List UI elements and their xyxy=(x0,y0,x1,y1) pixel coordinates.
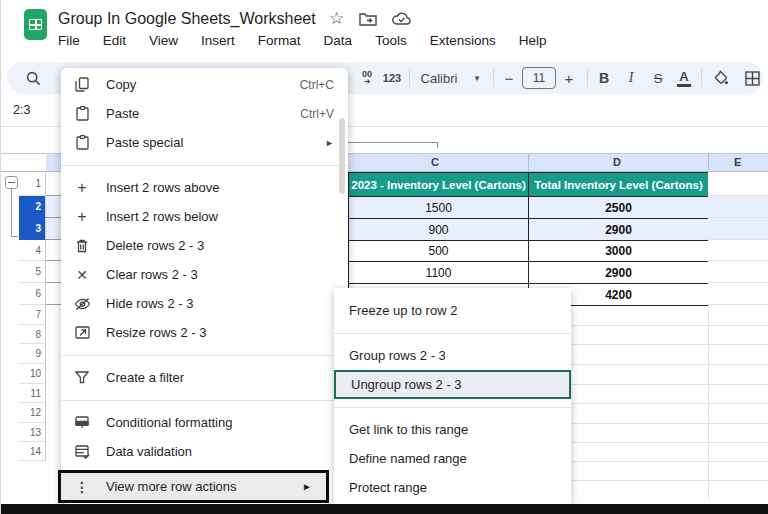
google-sheets-window: Group In Google Sheets_Worksheet ☆ File … xyxy=(0,0,768,514)
row-header-8[interactable]: 8 xyxy=(19,325,46,344)
row-context-menu: Copy Ctrl+C Paste Ctrl+V Paste special ►… xyxy=(61,68,348,504)
italic-button[interactable]: I xyxy=(620,62,642,94)
decrease-font-size-button[interactable]: − xyxy=(499,62,519,94)
cell-c1[interactable]: 2023 - Inventory Level (Cartons) xyxy=(348,172,529,197)
gridline xyxy=(571,384,768,385)
menu-divider xyxy=(61,165,348,166)
trash-icon xyxy=(73,237,91,255)
submenu-arrow-icon: ► xyxy=(325,138,334,148)
submenu-item-define-named-range[interactable]: Define named range xyxy=(334,444,571,473)
increase-font-size-button[interactable]: + xyxy=(559,62,579,94)
select-all-corner[interactable] xyxy=(1,153,46,172)
menu-help[interactable]: Help xyxy=(519,33,547,48)
number-format-button[interactable]: 123 xyxy=(379,62,405,94)
menu-item-insert-rows-above[interactable]: + Insert 2 rows above xyxy=(61,173,348,202)
row-header-13[interactable]: 13 xyxy=(19,423,46,442)
menu-item-data-validation[interactable]: Data validation xyxy=(61,437,348,466)
submenu-item-get-link[interactable]: Get link to this range xyxy=(334,415,571,444)
menu-item-conditional-formatting[interactable]: Conditional formatting xyxy=(61,408,348,437)
menu-item-hide-rows[interactable]: Hide rows 2 - 3 xyxy=(61,289,348,318)
strikethrough-button[interactable]: S xyxy=(647,62,669,94)
menu-tools[interactable]: Tools xyxy=(375,33,407,48)
sheets-logo-icon[interactable] xyxy=(24,9,47,40)
row-header-12[interactable]: 12 xyxy=(19,403,46,423)
menu-divider xyxy=(61,355,348,356)
menu-item-delete-rows[interactable]: Delete rows 2 - 3 xyxy=(61,231,348,260)
font-family-select[interactable]: Calibri xyxy=(415,62,463,94)
resize-icon xyxy=(73,324,91,342)
cell-e3[interactable] xyxy=(708,218,768,240)
menu-item-resize-rows[interactable]: Resize rows 2 - 3 xyxy=(61,318,348,347)
column-header-c[interactable]: C xyxy=(431,156,439,168)
cell-e1[interactable] xyxy=(708,172,768,196)
cell-d1[interactable]: Total Inventory Level (Cartons) xyxy=(528,172,709,197)
menu-edit[interactable]: Edit xyxy=(103,33,126,48)
submenu-item-protect-range[interactable]: Protect range xyxy=(334,473,571,502)
cell-d5[interactable]: 2900 xyxy=(528,261,709,284)
menu-item-view-more-row-actions[interactable]: ⋮ View more row actions ► xyxy=(58,470,329,503)
menu-divider xyxy=(61,400,348,401)
menu-view[interactable]: View xyxy=(149,33,178,48)
cell-c5[interactable]: 1100 xyxy=(348,261,529,284)
star-icon[interactable]: ☆ xyxy=(329,10,344,28)
submenu-item-freeze[interactable]: Freeze up to row 2 xyxy=(334,296,571,325)
cell-e6[interactable] xyxy=(708,283,768,305)
menu-format[interactable]: Format xyxy=(258,33,301,48)
submenu-item-ungroup-rows[interactable]: Ungroup rows 2 - 3 xyxy=(334,370,571,399)
text-color-button[interactable]: A xyxy=(673,62,695,94)
menu-item-copy[interactable]: Copy Ctrl+C xyxy=(61,70,348,99)
row-header-11[interactable]: 11 xyxy=(19,384,46,403)
menu-item-create-filter[interactable]: Create a filter xyxy=(61,363,348,392)
menu-extensions[interactable]: Extensions xyxy=(430,33,496,48)
row-header-2[interactable]: 2 xyxy=(19,196,46,218)
fill-color-icon[interactable] xyxy=(708,62,734,94)
cell-c2[interactable]: 1500 xyxy=(348,196,529,219)
name-box[interactable]: 2:3 xyxy=(13,103,30,117)
row-header-1[interactable]: 1 xyxy=(19,172,46,196)
menu-data[interactable]: Data xyxy=(324,33,353,48)
column-header-d[interactable]: D xyxy=(613,156,621,168)
eye-off-icon xyxy=(73,295,91,313)
shortcut: Ctrl+C xyxy=(300,78,334,92)
cell-e4[interactable] xyxy=(708,240,768,261)
row-header-10[interactable]: 10 xyxy=(19,364,46,384)
cell-d4[interactable]: 3000 xyxy=(528,240,709,262)
row-actions-submenu: Freeze up to row 2 Group rows 2 - 3 Ungr… xyxy=(334,288,571,505)
menu-item-clear-rows[interactable]: ✕ Clear rows 2 - 3 xyxy=(61,260,348,289)
cell-e2[interactable] xyxy=(708,196,768,218)
row-header-14[interactable]: 14 xyxy=(19,442,46,461)
menu-scrollbar[interactable] xyxy=(339,118,345,194)
search-icon[interactable] xyxy=(19,62,47,94)
font-family-caret-icon[interactable]: ▾ xyxy=(469,62,485,94)
submenu-arrow-icon: ► xyxy=(302,481,312,492)
copy-icon xyxy=(73,76,91,94)
menu-item-insert-rows-below[interactable]: + Insert 2 rows below xyxy=(61,202,348,231)
document-title[interactable]: Group In Google Sheets_Worksheet xyxy=(58,10,316,28)
collapse-group-button[interactable] xyxy=(5,176,18,189)
increase-decimal-icon[interactable]: 00➜ xyxy=(355,62,379,94)
cell-c4[interactable]: 500 xyxy=(348,240,529,262)
cell-c3[interactable]: 900 xyxy=(348,218,529,241)
menu-item-paste[interactable]: Paste Ctrl+V xyxy=(61,99,348,128)
row-header-9[interactable]: 9 xyxy=(19,344,46,364)
menu-item-paste-special[interactable]: Paste special ► xyxy=(61,128,348,157)
row-header-4[interactable]: 4 xyxy=(19,240,46,261)
submenu-item-group-rows[interactable]: Group rows 2 - 3 xyxy=(334,341,571,370)
menu-file[interactable]: File xyxy=(58,33,80,48)
move-to-folder-icon[interactable] xyxy=(359,12,377,26)
cloud-saved-icon[interactable] xyxy=(392,12,412,26)
borders-icon[interactable] xyxy=(739,62,765,94)
menu-insert[interactable]: Insert xyxy=(201,33,235,48)
column-header-e[interactable]: E xyxy=(734,156,741,168)
font-size-input[interactable]: 11 xyxy=(522,67,556,89)
cell-d3[interactable]: 2900 xyxy=(528,218,709,241)
bold-button[interactable]: B xyxy=(593,62,615,94)
cell-e5[interactable] xyxy=(708,261,768,283)
gridline xyxy=(571,344,768,345)
row-header-5[interactable]: 5 xyxy=(19,261,46,283)
plus-icon: + xyxy=(73,208,91,226)
cell-d2[interactable]: 2500 xyxy=(528,196,709,219)
row-header-6[interactable]: 6 xyxy=(19,283,46,305)
row-header-7[interactable]: 7 xyxy=(19,305,46,325)
row-header-3[interactable]: 3 xyxy=(19,218,46,240)
